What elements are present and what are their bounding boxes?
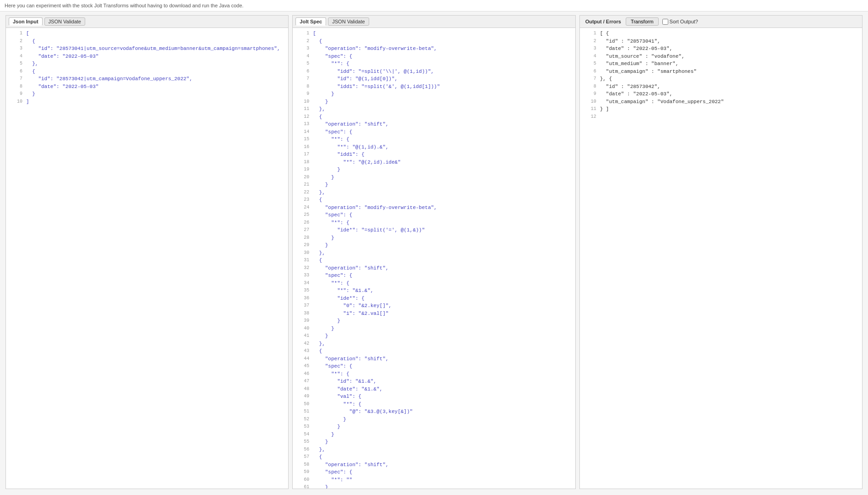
line-content: } [313,438,328,446]
code-line: 59 "spec": { [296,468,571,476]
code-line: 7}, { [584,75,858,83]
code-line: 6 "idd": "=split('\\|', @(1,id))", [296,68,571,76]
code-line: 27 "ide*": "=split('=', @(1,&))" [296,226,571,234]
line-content: }, [313,340,325,348]
line-number: 48 [296,385,309,393]
code-line: 9 } [296,90,571,98]
line-content: "*": { [313,219,349,227]
line-content: "utm_campaign" : "Vodafone_uppers_2022" [600,98,724,106]
line-number: 2 [296,38,309,45]
tab-json-validate-input[interactable]: JSON Validate [44,17,85,26]
code-line: 10 "utm_campaign" : "Vodafone_uppers_202… [584,98,858,106]
line-number: 35 [296,287,309,295]
line-number: 4 [584,53,596,60]
code-line: 40 } [296,325,571,333]
line-number: 7 [10,75,22,83]
line-content: "spec": { [313,128,352,136]
code-line: 31 { [296,257,571,264]
main-layout: Json Input JSON Validate 1[2 {3 "id": "2… [0,11,868,493]
line-content: } [313,416,346,424]
line-number: 55 [296,438,309,446]
line-content: "date": "2022-05-03" [26,53,98,60]
transform-button[interactable]: Transform [626,17,659,26]
line-content: ] [26,98,29,106]
line-content: } [313,317,340,325]
code-line: 6 "utm_campaign" : "smartphones" [584,68,858,76]
code-line: 1[ [296,30,571,38]
code-line: 8 "idd1": "=split('&', @(1,idd[1]))" [296,83,571,91]
tab-json-validate-spec[interactable]: JSON Validate [328,17,369,26]
line-content: } [313,242,328,249]
output-code-area: 1[ {2 "id" : "28573041",3 "date" : "2022… [580,28,862,489]
code-line: 2 { [10,38,284,45]
code-line: 21 } [296,181,571,189]
line-content: }, [313,189,325,197]
line-content: } ] [600,105,609,113]
line-number: 30 [296,249,309,257]
code-line: 3 "id": "28573041|utm_source=vodafone&ut… [10,45,284,53]
line-number: 61 [296,484,309,489]
line-number: 44 [296,355,309,363]
code-line: 39 } [296,317,571,325]
output-label: Output / Errors [583,18,624,25]
line-content: }, [313,249,325,257]
line-content: } [313,166,340,174]
line-number: 10 [10,98,22,106]
line-content: "*": { [313,60,349,68]
line-number: 11 [296,105,309,113]
line-content: "operation": "shift", [313,355,388,363]
line-content: "idd1": "=split('&', @(1,idd[1]))" [313,83,440,91]
line-content: "date": "&1.&", [313,385,382,393]
code-line: 35 "*": "&1.&", [296,287,571,295]
line-number: 16 [296,143,309,151]
line-number: 4 [10,53,22,60]
line-content: "operation": "shift", [313,461,388,469]
line-content: "*": { [313,280,349,287]
line-number: 14 [296,128,309,136]
code-line: 12 { [296,113,571,121]
line-content: } [26,90,35,98]
code-line: 57 { [296,453,571,461]
code-line: 53 } [296,423,571,431]
code-line: 8 "id" : "28573042", [584,83,858,91]
line-content: { [313,347,322,355]
line-content: "idd1": { [313,151,364,159]
line-content: "id": "28573041|utm_source=vodafone&utm_… [26,45,280,53]
line-content: "utm_medium" : "banner", [600,60,679,68]
line-content: "id" : "28573042", [600,83,661,91]
line-content: "spec": { [313,468,352,476]
line-number: 15 [296,136,309,143]
line-number: 27 [296,226,309,234]
line-content: } [313,431,334,439]
line-content: "*": "@(2,id).ide&" [313,159,400,166]
line-number: 58 [296,461,309,469]
code-line: 11 }, [296,105,571,113]
line-content: "id": "28573042|utm_campaign=Vodafone_up… [26,75,192,83]
line-content: }, [26,60,38,68]
code-line: 43 { [296,347,571,355]
line-number: 1 [584,30,596,38]
description-bar: Here you can experiment with the stock J… [0,0,868,11]
line-number: 5 [296,60,309,68]
line-number: 5 [584,60,596,68]
line-number: 23 [296,196,309,204]
sort-output-checkbox[interactable] [662,19,668,25]
line-number: 34 [296,280,309,287]
code-line: 15 "*": { [296,136,571,143]
code-line: 4 "spec": { [296,53,571,60]
tab-jolt-spec[interactable]: Jolt Spec [295,17,326,26]
line-number: 18 [296,159,309,166]
line-content: "*": { [313,401,361,408]
line-number: 6 [10,68,22,76]
line-content: } [313,423,340,431]
code-line: 42 }, [296,340,571,348]
line-number: 19 [296,166,309,174]
line-content: "operation": "shift", [313,121,388,128]
line-number: 38 [296,310,309,318]
code-line: 22 }, [296,189,571,197]
sort-output-label: Sort Output? [662,19,698,25]
code-line: 9 } [10,90,284,98]
code-line: 8 "date": "2022-05-03" [10,83,284,91]
line-number: 57 [296,453,309,461]
tab-json-input[interactable]: Json Input [9,17,43,26]
